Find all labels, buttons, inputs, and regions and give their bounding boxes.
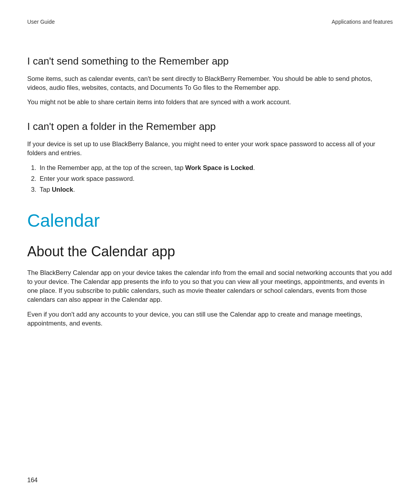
para-s1-2: You might not be able to share certain i…	[27, 98, 393, 107]
step-1-post: .	[253, 164, 255, 171]
step-3-post: .	[73, 186, 75, 193]
header-right: Applications and features	[332, 19, 393, 25]
step-1-bold: Work Space is Locked	[185, 164, 253, 171]
page-header: User Guide Applications and features	[27, 19, 393, 25]
header-left: User Guide	[27, 19, 55, 25]
step-3-bold: Unlock	[52, 186, 73, 193]
page-number: 164	[27, 477, 38, 484]
section-cant-send: I can't send something to the Remember a…	[27, 55, 393, 107]
heading-cant-send: I can't send something to the Remember a…	[27, 55, 393, 67]
step-1-pre: In the Remember app, at the top of the s…	[40, 164, 185, 171]
step-3-pre: Tap	[40, 186, 52, 193]
step-2: Enter your work space password.	[38, 174, 393, 184]
heading-about-calendar: About the Calendar app	[27, 243, 393, 260]
para-s3-1: The BlackBerry Calendar app on your devi…	[27, 268, 393, 304]
steps-list: In the Remember app, at the top of the s…	[27, 163, 393, 194]
para-s1-1: Some items, such as calendar events, can…	[27, 74, 393, 92]
para-s2-1: If your device is set up to use BlackBer…	[27, 140, 393, 158]
heading-calendar: Calendar	[27, 210, 393, 231]
heading-cant-open: I can't open a folder in the Remember ap…	[27, 121, 393, 133]
step-3: Tap Unlock.	[38, 185, 393, 195]
section-cant-open: I can't open a folder in the Remember ap…	[27, 121, 393, 194]
step-1: In the Remember app, at the top of the s…	[38, 163, 393, 173]
para-s3-2: Even if you don't add any accounts to yo…	[27, 310, 393, 328]
